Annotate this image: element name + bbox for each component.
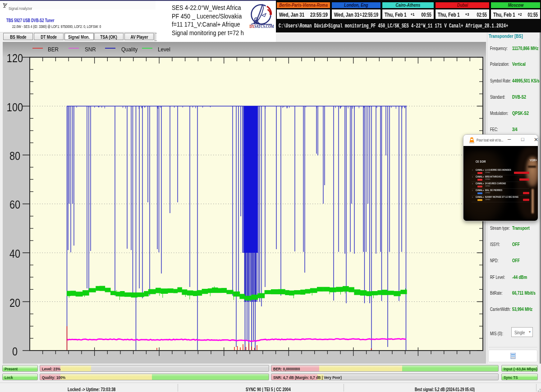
svg-text:DXSATCS.COM: DXSATCS.COM xyxy=(250,24,274,28)
